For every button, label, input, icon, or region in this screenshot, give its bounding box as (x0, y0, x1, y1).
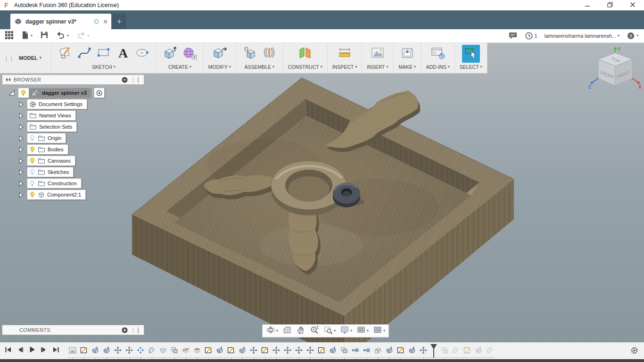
ribbon-menu-create[interactable]: CREATE▾ (168, 64, 191, 70)
timeline-feature-fillet[interactable] (486, 347, 494, 355)
browser-item-bodies[interactable]: Bodies (27, 144, 68, 155)
rectangle-button[interactable] (95, 45, 113, 63)
timeline-feature-move[interactable] (114, 347, 122, 355)
zoom-button[interactable] (310, 325, 319, 337)
text-button[interactable]: A (114, 45, 132, 63)
activate-component-radio[interactable] (94, 88, 105, 98)
joint-button[interactable] (260, 45, 278, 63)
timeline-feature-joint[interactable] (363, 347, 371, 355)
chevron-down-icon[interactable]: ▾ (350, 329, 352, 333)
measure-button[interactable] (336, 45, 354, 63)
ribbon-menu-inspect[interactable]: INSPECT▾ (332, 64, 357, 70)
ribbon-menu-select[interactable]: SELECT▾ (460, 64, 482, 70)
timeline-playhead[interactable] (430, 344, 437, 358)
orbit-button[interactable]: ▾ (266, 325, 278, 337)
timeline-feature-move[interactable] (419, 347, 427, 355)
timeline-feature-fillet[interactable] (452, 347, 460, 355)
display-settings-button[interactable]: ▾ (340, 325, 352, 337)
timeline-feature-extrude[interactable] (238, 347, 246, 355)
comments-toggle-button[interactable] (508, 32, 518, 40)
add-comment-icon[interactable] (122, 327, 128, 333)
comments-panel-header[interactable]: COMMENTS ❘❙ (2, 325, 144, 335)
restore-button[interactable] (599, 0, 621, 10)
step-back-button[interactable] (17, 346, 24, 353)
timeline-feature-surface[interactable] (193, 347, 201, 355)
account-menu[interactable]: lamnarensharma lamnarensh... ▾ (545, 33, 619, 39)
zoom-window-button[interactable]: ▾ (323, 325, 336, 337)
timeline-feature-sketch[interactable] (396, 347, 405, 355)
visibility-bulb-icon[interactable] (29, 157, 35, 165)
play-button[interactable] (29, 346, 35, 353)
ribbon-menu-sketch[interactable]: SKETCH▾ (92, 64, 116, 70)
press-pull-button[interactable] (211, 45, 229, 63)
expand-arrow-icon[interactable] (18, 157, 24, 165)
browser-item-document-settings[interactable]: Document Settings (27, 99, 87, 109)
visibility-bulb-icon[interactable] (20, 90, 26, 97)
timeline-feature-extrude[interactable] (91, 347, 99, 355)
insert-image-button[interactable] (369, 45, 387, 63)
timeline-feature-extrude[interactable] (385, 347, 393, 355)
select-button[interactable] (462, 45, 480, 63)
expand-arrow-icon[interactable] (18, 180, 24, 187)
timeline-feature-split[interactable] (182, 347, 190, 355)
timeline-feature-extrude[interactable] (215, 347, 223, 355)
timeline-feature-move[interactable] (283, 347, 291, 355)
timeline-feature-joint[interactable] (351, 347, 359, 355)
visibility-bulb-icon[interactable] (29, 169, 35, 176)
timeline-feature-sketch[interactable] (463, 347, 471, 355)
panel-grip[interactable]: ❘❙ (131, 327, 141, 333)
chevron-down-icon[interactable]: ▾ (367, 329, 369, 333)
timeline-feature-extrude[interactable] (408, 347, 416, 355)
expand-arrow-icon[interactable] (18, 112, 24, 119)
timeline-feature-move[interactable] (249, 347, 257, 355)
help-menu[interactable]: ? ▾ (627, 32, 638, 40)
expand-arrow-icon[interactable] (18, 101, 24, 108)
timeline-feature-combine[interactable] (170, 347, 178, 355)
minimize-panel-icon[interactable] (122, 77, 128, 83)
form-button[interactable] (181, 45, 198, 63)
timeline-feature-extrude[interactable] (102, 347, 110, 355)
create-sketch-button[interactable] (56, 45, 74, 63)
document-tab[interactable]: dagger spinner v3* × (10, 14, 111, 29)
browser-item-component2-1[interactable]: Component2:1 (27, 189, 86, 200)
timeline-feature-extrude[interactable] (474, 347, 482, 355)
ribbon-menu-assemble[interactable]: ASSEMBLE▾ (244, 64, 274, 70)
visibility-bulb-icon[interactable] (29, 180, 35, 187)
ribbon-menu-add-ins[interactable]: ADD-INS▾ (426, 64, 450, 70)
browser-item-canvases[interactable]: Canvases (27, 156, 75, 166)
expand-arrow-icon[interactable] (18, 146, 24, 153)
new-tab-button[interactable]: + (112, 14, 126, 29)
timeline-feature-move[interactable] (125, 347, 133, 355)
chevron-down-icon[interactable]: ▾ (67, 34, 69, 38)
toolbar-grip[interactable]: ❘❘ (4, 55, 14, 61)
timeline-feature-component[interactable] (374, 347, 382, 355)
visibility-bulb-icon[interactable] (29, 146, 35, 153)
browser-item-selection-sets[interactable]: Selection Sets (27, 122, 77, 132)
expand-arrow-icon[interactable] (18, 191, 24, 198)
browser-item-construction[interactable]: Construction (27, 178, 82, 189)
save-button[interactable] (40, 31, 49, 41)
chevron-down-icon[interactable]: ▾ (383, 329, 385, 333)
timeline-feature-move[interactable] (295, 347, 303, 355)
undo-button[interactable]: ▾ (56, 31, 69, 41)
timeline-feature-sketch[interactable] (317, 347, 325, 355)
grid-settings-button[interactable]: ▾ (356, 325, 369, 337)
pan-button[interactable] (296, 325, 305, 337)
spline-button[interactable] (75, 45, 93, 63)
panel-grip[interactable]: ❘❙ (131, 76, 141, 83)
timeline-feature-move[interactable] (272, 347, 280, 355)
close-tab-icon[interactable]: × (103, 18, 107, 25)
add-ins-button[interactable]: >- (429, 45, 447, 63)
chevron-down-icon[interactable]: ▾ (87, 34, 89, 38)
browser-item-origin[interactable]: Origin (27, 133, 66, 143)
chevron-down-icon[interactable]: ▾ (276, 329, 278, 333)
timeline-feature-sketch[interactable] (227, 347, 235, 355)
browser-item-sketches[interactable]: Sketches (27, 167, 74, 177)
close-button[interactable] (621, 0, 644, 10)
timeline-feature-sketch[interactable] (80, 347, 88, 355)
timeline-feature-canvas[interactable] (68, 347, 76, 355)
collapse-panel-icon[interactable] (5, 77, 11, 82)
timeline-feature-pattern[interactable] (136, 347, 144, 355)
expand-arrow-icon[interactable] (18, 123, 24, 131)
viewports-button[interactable]: ▾ (373, 325, 385, 337)
